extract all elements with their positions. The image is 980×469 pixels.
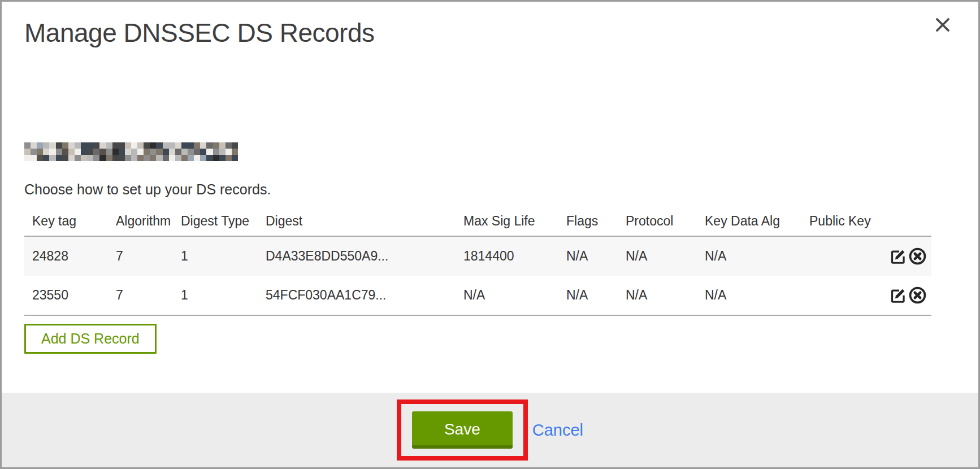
edit-ds-record-button[interactable] bbox=[890, 247, 907, 265]
x-circle-icon bbox=[908, 247, 927, 266]
cell-key-data-alg: N/A bbox=[697, 236, 801, 276]
cell-digest-type: 1 bbox=[173, 236, 258, 276]
cell-public-key bbox=[801, 236, 881, 276]
column-header: Key tag bbox=[24, 206, 108, 236]
cell-digest: 54FCF030AA1C79... bbox=[258, 276, 456, 315]
edit-icon bbox=[890, 247, 907, 265]
cell-flags: N/A bbox=[558, 276, 618, 315]
delete-ds-record-button[interactable] bbox=[908, 247, 927, 266]
modal: Manage DNSSEC DS Records Choose how to s… bbox=[0, 0, 980, 469]
cell-key-data-alg: N/A bbox=[697, 276, 801, 315]
column-header: Digest Type bbox=[173, 206, 258, 236]
column-header: Public Key bbox=[801, 206, 881, 236]
save-button[interactable]: Save bbox=[412, 411, 513, 449]
column-header: Flags bbox=[558, 206, 618, 236]
cell-max-sig-life: N/A bbox=[456, 276, 558, 315]
actions-column-header bbox=[881, 206, 931, 236]
cell-algorithm: 7 bbox=[108, 276, 173, 315]
table-body: 2482871D4A33E8DD550A9...1814400N/AN/AN/A bbox=[24, 236, 931, 315]
cell-digest-type: 1 bbox=[173, 276, 258, 315]
cell-digest: D4A33E8DD550A9... bbox=[258, 236, 456, 276]
column-header: Algorithm bbox=[108, 206, 173, 236]
delete-ds-record-button[interactable] bbox=[908, 286, 927, 305]
column-header: Digest bbox=[258, 206, 456, 236]
cell-protocol: N/A bbox=[618, 276, 697, 315]
page-title: Manage DNSSEC DS Records bbox=[24, 18, 956, 48]
cell-algorithm: 7 bbox=[108, 236, 173, 276]
cell-protocol: N/A bbox=[618, 236, 697, 276]
table-header-row: Key tagAlgorithmDigest TypeDigestMax Sig… bbox=[24, 206, 931, 236]
cell-key-tag: 24828 bbox=[24, 236, 108, 276]
ds-record-row: 235507154FCF030AA1C79...N/AN/AN/AN/A bbox=[24, 276, 931, 315]
highlight-annotation: Save bbox=[397, 399, 528, 461]
ds-records-table: Key tagAlgorithmDigest TypeDigestMax Sig… bbox=[24, 206, 931, 316]
column-header: Key Data Alg bbox=[697, 206, 801, 236]
edit-ds-record-button[interactable] bbox=[890, 286, 907, 304]
add-ds-record-button[interactable]: Add DS Record bbox=[24, 324, 157, 354]
modal-footer: Save Cancel bbox=[2, 393, 978, 467]
cell-max-sig-life: 1814400 bbox=[456, 236, 558, 276]
cell-public-key bbox=[801, 276, 881, 315]
cell-key-tag: 23550 bbox=[24, 276, 108, 315]
x-circle-icon bbox=[908, 286, 927, 305]
cancel-link[interactable]: Cancel bbox=[532, 421, 583, 440]
column-header: Max Sig Life bbox=[456, 206, 558, 236]
redacted-domain bbox=[24, 142, 238, 161]
instruction-text: Choose how to set up your DS records. bbox=[24, 181, 956, 198]
edit-icon bbox=[890, 286, 907, 304]
cell-flags: N/A bbox=[558, 236, 618, 276]
column-header: Protocol bbox=[618, 206, 697, 236]
ds-record-row: 2482871D4A33E8DD550A9...1814400N/AN/AN/A bbox=[24, 236, 931, 276]
